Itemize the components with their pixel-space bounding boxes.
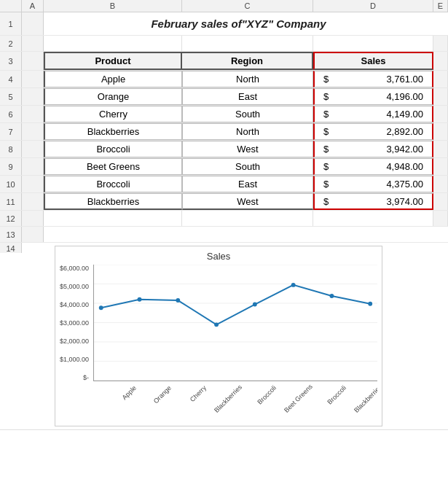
cell-8b: Broccoli [44,141,182,157]
header-region: Region [182,52,313,70]
cell-7b: Blackberries [44,123,182,140]
row-13: 13 [0,227,448,243]
rownum-1: 1 [0,12,22,35]
cell-11e [433,193,448,210]
cell-5a [22,88,44,105]
cell-8c: West [182,141,313,157]
row-2: 2 [0,36,448,52]
cell-6e [433,106,448,122]
cell-12b [44,211,182,226]
cell-7c: North [182,123,313,140]
chart-container-wrapper: Sales $6,000.00$5,000.00$4,000.00$3,000.… [22,243,404,429]
svg-point-11 [253,303,257,307]
x-label: Blackberries [353,384,377,414]
cell-8a [22,141,44,157]
col-header-d: D [313,0,433,12]
svg-point-12 [291,283,296,287]
cell-8d: $3,942.00 [313,141,433,157]
cell-5e [433,88,448,105]
cell-4e [433,71,448,87]
column-headers: A B C D E [0,0,448,12]
chart: Sales $6,000.00$5,000.00$4,000.00$3,000.… [55,246,382,426]
row-1: 1 February sales of"XYZ" Company [0,12,448,36]
y-label: $5,000.00 [60,283,89,290]
spreadsheet: A B C D E 1 February sales of"XYZ" Compa… [0,0,448,503]
cell-6c: South [182,106,313,122]
cell-6b: Cherry [44,106,182,122]
row-12: 12 [0,211,448,227]
rownum-5: 5 [0,88,22,105]
data-rows: 4 Apple North $3,761.00 5 Orange East $4… [0,71,448,211]
y-label: $3,000.00 [60,319,89,327]
cell-11d: $3,974.00 [313,193,433,210]
rownum-4: 4 [0,71,22,87]
x-label: Beet Greens [283,384,313,414]
header-sales: Sales [313,52,433,70]
cell-7d: $2,892.00 [313,123,433,140]
y-label: $2,000.00 [60,338,89,345]
rownum-3: 3 [0,52,22,70]
cell-5d: $4,196.00 [313,88,433,105]
row-3: 3 Product Region Sales [0,52,448,71]
row-5: 5 Orange East $4,196.00 [0,88,448,106]
cell-9e [433,158,448,175]
rownum-12: 12 [0,211,22,226]
svg-point-13 [330,294,334,298]
cell-1a [22,12,44,35]
header-product: Product [44,52,182,70]
rownum-2: 2 [0,36,22,51]
chart-plot [93,265,377,381]
cell-10c: East [182,176,313,192]
chart-row: 14 Sales $6,000.00$5,000.00$4,000.00$3,0… [0,243,448,430]
cell-5b: Orange [44,88,182,105]
row-11: 11 Blackberries West $3,974.00 [0,193,448,211]
cell-4d: $3,761.00 [313,71,433,87]
row-10: 10 Broccoli East $4,375.00 [0,176,448,193]
rownum-7: 7 [0,123,22,140]
cell-10d: $4,375.00 [313,176,433,192]
cell-2c [182,36,313,51]
col-header-a: A [22,0,44,12]
cell-4b: Apple [44,71,182,87]
cell-4c: North [182,71,313,87]
cell-2e [433,36,448,51]
rownum-10: 10 [0,176,22,192]
y-axis: $6,000.00$5,000.00$4,000.00$3,000.00$2,0… [60,265,93,381]
title-cell: February sales of"XYZ" Company [44,12,433,35]
cell-12c [182,211,313,226]
chart-area: $6,000.00$5,000.00$4,000.00$3,000.00$2,0… [60,265,377,381]
x-labels-container: AppleOrangeCherryBlackberriesBroccoliBee… [98,381,377,421]
cell-11c: West [182,193,313,210]
svg-point-10 [214,322,219,327]
rownum-8: 8 [0,141,22,157]
cell-10e [433,176,448,192]
cell-10b: Broccoli [44,176,182,192]
cell-9b: Beet Greens [44,158,182,175]
row-4: 4 Apple North $3,761.00 [0,71,448,88]
rownum-13: 13 [0,227,22,242]
x-label: Orange [143,384,173,414]
cell-6a [22,106,44,122]
grid-body: 1 February sales of"XYZ" Company 2 3 Pro… [0,12,448,503]
cell-2b [44,36,182,51]
cell-5c: East [182,88,313,105]
y-label: $1,000.00 [60,356,89,363]
chart-title: Sales [60,251,377,262]
col-header-e: E [433,0,448,12]
cell-3e [433,52,448,70]
cell-7a [22,123,44,140]
cell-9d: $4,948.00 [313,158,433,175]
cell-7e [433,123,448,140]
col-header-c: C [182,0,313,12]
rownum-9: 9 [0,158,22,175]
rownum-11: 11 [0,193,22,210]
rownum-6: 6 [0,106,22,122]
cell-11b: Blackberries [44,193,182,210]
cell-9a [22,158,44,175]
x-label: Cherry [178,384,208,414]
cell-12d [313,211,433,226]
svg-point-7 [99,305,103,310]
y-label: $4,000.00 [60,301,89,308]
row-6: 6 Cherry South $4,149.00 [0,106,448,123]
col-header-b: B [44,0,182,12]
